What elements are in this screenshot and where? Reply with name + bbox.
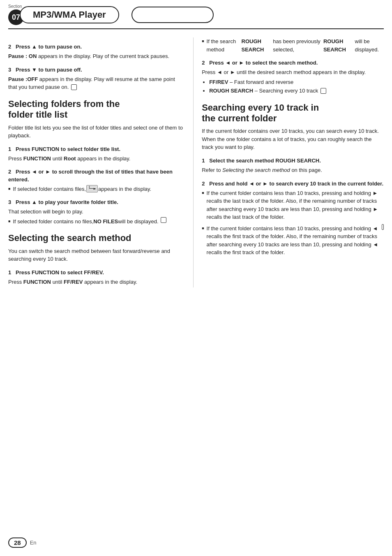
search-10-intro: If the current folder contains over 10 t… xyxy=(202,127,384,151)
folder-step2-heading: 2 Press ◄ or ► to scroll through the lis… xyxy=(8,168,185,183)
folder-step3-bullet: If selected folder contains no files, NO… xyxy=(8,218,185,226)
search-10-bullet2: If the current folder contains less than… xyxy=(202,225,384,257)
right-column: If the search method ROUGH SEARCH has be… xyxy=(193,37,384,287)
search-10-bullet1: If the current folder contains less than… xyxy=(202,189,384,221)
page: Section 07 MP3/WMA Player 2 Press ▲ to t… xyxy=(0,0,392,556)
page-footer: 28 En xyxy=(8,537,37,548)
footer-lang: En xyxy=(30,540,37,546)
search-method-item-ffrev: FF/REV – Fast forward and reverse xyxy=(209,78,384,86)
folder-step2-bullet: If selected folder contains files, └─► a… xyxy=(8,185,185,193)
search-method-intro: You can switch the search method between… xyxy=(8,247,185,263)
folder-step1-heading: 1 Press FUNCTION to select folder title … xyxy=(8,146,185,153)
pause-on-section: 2 Press ▲ to turn pause on. Pause : ON a… xyxy=(8,43,185,60)
section-label: Section xyxy=(8,4,22,9)
select-search-step2-heading: 2 Press ◄ or ► to select the search meth… xyxy=(202,59,384,67)
search-method-section: Selecting the search method You can swit… xyxy=(8,233,185,286)
select-search-step2: 2 Press ◄ or ► to select the search meth… xyxy=(202,59,384,95)
note-icon-3 xyxy=(321,88,326,94)
folder-step3-body: That selection will begin to play. xyxy=(8,208,185,216)
search-step1-body: Press FUNCTION until FF/REV appears in t… xyxy=(8,278,185,286)
header-right-decoration xyxy=(131,7,214,23)
rough-search-bullet: If the search method ROUGH SEARCH has be… xyxy=(202,37,384,53)
search-method-item-rough: ROUGH SEARCH – Searching every 10 track xyxy=(209,87,384,95)
note-icon-4 xyxy=(382,224,384,230)
pause-off-body: Pause :OFF appears in the display. Play … xyxy=(8,75,185,91)
pause-on-heading: 2 Press ▲ to turn pause on. xyxy=(8,43,185,51)
search-10-step2-heading: 2 Press and hold ◄ or ► to search every … xyxy=(202,180,384,188)
page-number: 28 xyxy=(8,537,27,548)
folder-file-icon: └─► xyxy=(86,185,98,193)
search-10-step1-heading: 1 Select the search method ROUGH SEARCH. xyxy=(202,157,384,164)
search-10-title: Searching every 10 track inthe current f… xyxy=(202,102,384,124)
search-method-list: FF/REV – Fast forward and reverse ROUGH … xyxy=(202,78,384,95)
left-column: 2 Press ▲ to turn pause on. Pause : ON a… xyxy=(8,37,193,287)
select-search-step2-body: Press ◄ or ► until the desired search me… xyxy=(202,68,384,76)
folder-step1-body: Press FUNCTION until Root appears in the… xyxy=(8,155,185,163)
folder-section-intro: Folder title list lets you see the list … xyxy=(8,124,185,140)
note-icon xyxy=(71,84,77,90)
page-title: MP3/WMA Player xyxy=(20,6,119,23)
search-10-section: Searching every 10 track inthe current f… xyxy=(202,102,384,257)
folder-section-title: Selecting folders from thefolder title l… xyxy=(8,99,185,120)
page-header: Section 07 MP3/WMA Player xyxy=(0,0,392,25)
search-10-step1-body: Refer to Selecting the search method on … xyxy=(202,166,384,174)
pause-off-section: 3 Press ▼ to turn pause off. Pause :OFF … xyxy=(8,66,185,91)
content-area: 2 Press ▲ to turn pause on. Pause : ON a… xyxy=(0,29,392,296)
folder-step3-heading: 3 Press ▲ to play your favorite folder t… xyxy=(8,199,185,206)
pause-off-heading: 3 Press ▼ to turn pause off. xyxy=(8,66,185,74)
folder-section: Selecting folders from thefolder title l… xyxy=(8,99,185,226)
search-method-title: Selecting the search method xyxy=(8,233,185,243)
pause-on-body: Pause : ON appears in the display. Play … xyxy=(8,52,185,60)
note-icon-2 xyxy=(161,217,166,223)
search-step1-heading: 1 Press FUNCTION to select FF/REV. xyxy=(8,269,185,276)
